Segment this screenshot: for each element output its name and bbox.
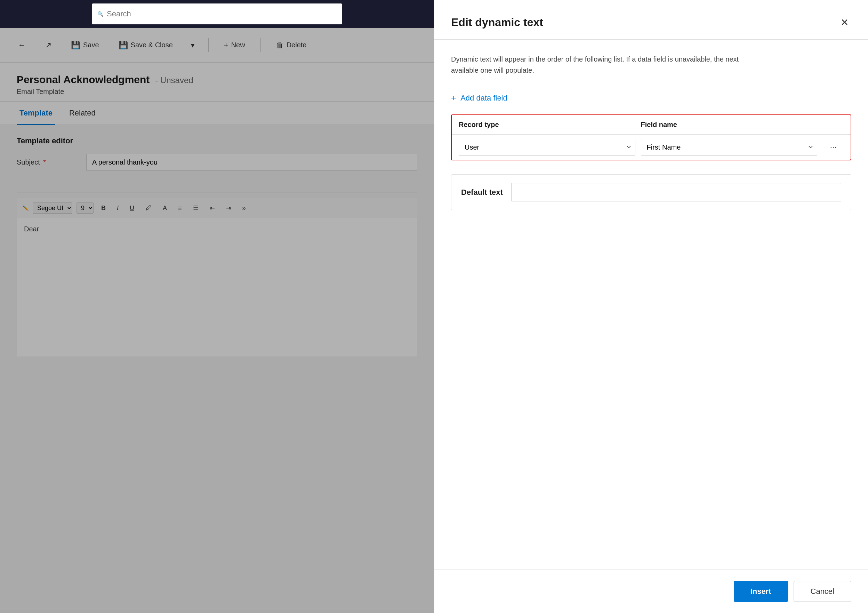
search-input[interactable] [107,9,336,19]
actions-header [823,121,844,129]
insert-button[interactable]: Insert [734,581,788,602]
cancel-button[interactable]: Cancel [794,581,851,602]
default-text-section: Default text [451,174,851,210]
plus-icon: + [451,93,456,103]
field-name-select[interactable]: First Name Last Name Email Phone [641,139,818,155]
dialog-header: Edit dynamic text ✕ [434,0,868,40]
add-field-label: Add data field [460,93,507,102]
row-more-button[interactable]: ··· [823,140,844,154]
field-table: Record type Field name User Contact Lead… [451,115,851,160]
default-text-input[interactable] [511,183,841,202]
record-type-select[interactable]: User Contact Lead Account [459,139,636,155]
close-button[interactable]: ✕ [838,14,851,31]
search-icon: 🔍 [98,11,103,17]
dialog-footer: Insert Cancel [434,570,868,613]
field-table-header: Record type Field name [452,115,851,135]
dialog-body: Dynamic text will appear in the order of… [434,40,868,570]
overlay [0,28,434,613]
dialog-title: Edit dynamic text [451,16,543,29]
record-type-select-wrap: User Contact Lead Account [459,139,636,155]
search-box[interactable]: 🔍 [92,3,342,24]
top-bar: 🔍 [0,0,434,28]
field-name-header: Field name [641,121,823,129]
record-type-header: Record type [459,121,641,129]
table-row: User Contact Lead Account First Name Las… [452,135,851,160]
field-name-select-wrap: First Name Last Name Email Phone [641,139,818,155]
edit-dynamic-text-dialog: Edit dynamic text ✕ Dynamic text will ap… [434,0,868,613]
add-data-field-button[interactable]: + Add data field [451,90,851,106]
default-text-label: Default text [461,188,503,197]
dialog-description: Dynamic text will appear in the order of… [451,54,764,76]
